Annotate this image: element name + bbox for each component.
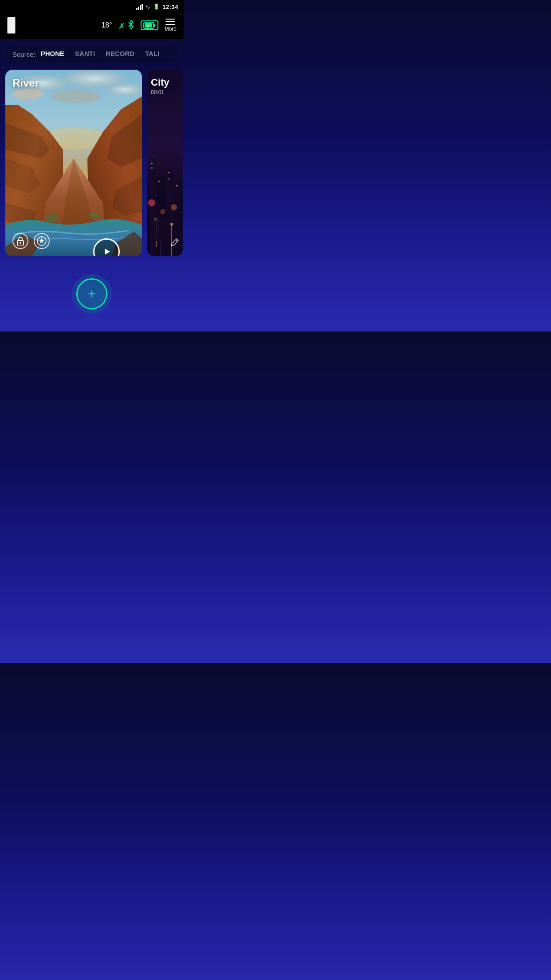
svg-point-9: [52, 90, 101, 103]
svg-point-11: [45, 214, 59, 223]
svg-point-24: [160, 209, 165, 214]
second-card-title: City: [151, 77, 169, 88]
svg-rect-20: [157, 176, 166, 256]
more-label: More: [165, 26, 177, 32]
tab-record[interactable]: RECORD: [106, 50, 134, 59]
second-card-time: 00:01: [151, 89, 164, 95]
add-icon: +: [88, 286, 96, 302]
svg-rect-19: [150, 158, 156, 256]
svg-point-30: [152, 216, 169, 243]
svg-point-23: [148, 199, 155, 206]
more-button[interactable]: More: [165, 19, 177, 32]
svg-rect-2: [153, 24, 155, 27]
svg-point-29: [170, 223, 173, 225]
svg-rect-33: [158, 181, 160, 182]
bluetooth-icon: ✗: [118, 20, 134, 31]
hamburger-icon: [165, 19, 175, 25]
tab-santi[interactable]: SANTI: [75, 50, 95, 59]
second-card-city[interactable]: City 00:01: [147, 70, 183, 256]
svg-text:⚡: ⚡: [146, 23, 151, 29]
header: ‹ 18° ✗ ⚡ More: [0, 13, 184, 39]
svg-rect-36: [176, 185, 178, 186]
edit-icon[interactable]: [170, 238, 179, 249]
city-scene: [147, 70, 183, 256]
add-button[interactable]: +: [76, 278, 107, 309]
source-tabs-bar: Source: PHONE SANTI RECORD TALI: [5, 46, 178, 63]
svg-point-7: [107, 83, 142, 96]
source-label: Source:: [12, 51, 35, 58]
tabs-container: PHONE SANTI RECORD TALI: [41, 50, 160, 59]
signal-icon: [136, 4, 143, 10]
status-bar: ∿ 🔋 12:34: [0, 0, 184, 13]
svg-rect-34: [168, 172, 169, 173]
svg-rect-35: [168, 178, 169, 180]
cards-area: River: [0, 70, 184, 256]
svg-point-8: [12, 89, 43, 99]
back-button[interactable]: ‹: [7, 17, 16, 34]
add-button-container: +: [0, 274, 184, 332]
header-right: 18° ✗ ⚡ More: [101, 19, 177, 32]
svg-point-25: [171, 204, 177, 210]
main-card-title: River: [12, 77, 39, 89]
card-bottom-icons: [12, 233, 50, 249]
main-card-river[interactable]: River: [5, 70, 142, 256]
svg-rect-32: [151, 167, 153, 169]
svg-rect-31: [151, 163, 153, 164]
canyon-scene: [5, 70, 142, 256]
add-button-outer[interactable]: +: [72, 274, 112, 314]
status-time: 12:34: [162, 4, 178, 10]
lock-icon[interactable]: [12, 233, 28, 249]
temperature-label: 18°: [101, 21, 112, 29]
favorite-icon[interactable]: [34, 233, 50, 249]
svg-line-37: [176, 240, 177, 241]
tab-phone[interactable]: PHONE: [41, 50, 64, 59]
svg-point-14: [20, 242, 21, 244]
svg-marker-17: [105, 249, 110, 255]
charging-icon: ⚡: [141, 20, 158, 30]
battery-icon: 🔋: [153, 4, 160, 10]
tab-tali[interactable]: TALI: [145, 50, 159, 59]
svg-point-12: [89, 212, 99, 219]
wifi-icon: ∿: [146, 4, 150, 10]
